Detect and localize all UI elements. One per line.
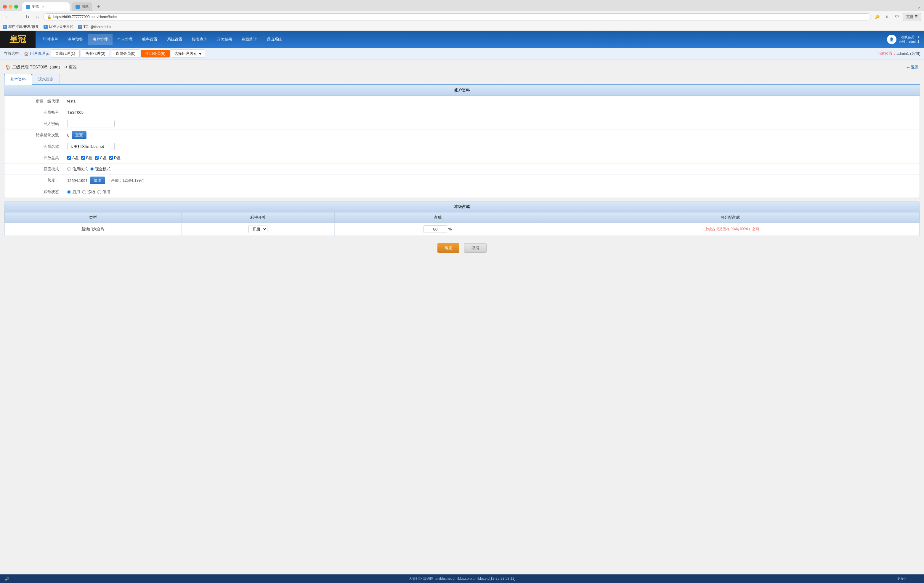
radio-credit-input[interactable] bbox=[67, 167, 71, 171]
radio-active-input[interactable] bbox=[67, 190, 71, 194]
radio-disabled-input[interactable] bbox=[97, 190, 101, 194]
location-label: 当前位置： bbox=[877, 51, 896, 56]
share-icon[interactable]: ⬆ bbox=[883, 13, 891, 21]
password-input[interactable] bbox=[67, 120, 115, 127]
back-button[interactable]: ← bbox=[3, 13, 11, 21]
location-value: admin1 (公司) bbox=[896, 51, 921, 56]
maximize-dot[interactable] bbox=[14, 5, 18, 8]
level-card: 本级占成 类型 彩种开关 占成 可分配占成 新澳门六合彩 bbox=[4, 201, 920, 236]
checkbox-disk-d[interactable]: D盘 bbox=[109, 155, 120, 160]
return-button[interactable]: ↩ 返回 bbox=[906, 64, 919, 70]
tab-close-icon[interactable]: ✕ bbox=[42, 5, 45, 8]
breadcrumb-tab-direct-agent[interactable]: 直属代理(1) bbox=[51, 50, 80, 58]
tab-rebate-settings[interactable]: 退水设定 bbox=[32, 74, 60, 84]
checkbox-a-input[interactable] bbox=[67, 156, 71, 160]
bottom-buttons: 确定 取消 bbox=[4, 239, 920, 256]
pct-sign: % bbox=[448, 227, 452, 231]
close-dot[interactable] bbox=[3, 5, 7, 8]
nav-system-settings[interactable]: 系统设置 bbox=[162, 34, 187, 45]
commission-input[interactable] bbox=[424, 225, 447, 233]
reset-button[interactable]: 重置 bbox=[72, 131, 86, 139]
bookmark-1[interactable]: ⚙ 程序搭建/开发/修复 bbox=[3, 24, 39, 29]
breadcrumb-user-level-select[interactable]: 选择用户级别 ▼ bbox=[171, 50, 206, 58]
form-row-password: 登入密码 bbox=[5, 118, 919, 129]
label-member-name: 会员名称 bbox=[5, 142, 64, 152]
breadcrumb-home-icon: 🏠 bbox=[24, 51, 29, 56]
breadcrumb-tab-all-members[interactable]: 全部会员(6) bbox=[141, 50, 170, 58]
nav-online-stats[interactable]: 在线统计 bbox=[237, 34, 262, 45]
bookmark-label-2: 认准->天美社区 bbox=[49, 24, 73, 29]
bookmark-icon-2: ✓ bbox=[43, 25, 48, 29]
value-disk-types: A盘 B盘 C盘 D盘 bbox=[64, 154, 919, 162]
form-row-parent-agent: 所属一级代理 test1 bbox=[5, 96, 919, 107]
nav-lottery-results[interactable]: 开奖结果 bbox=[212, 34, 237, 45]
nav-instant-orders[interactable]: 即时注单 bbox=[38, 34, 63, 45]
value-parent-agent: test1 bbox=[64, 97, 919, 105]
confirm-button[interactable]: 确定 bbox=[437, 243, 459, 253]
minimize-dot[interactable] bbox=[8, 5, 12, 8]
tab2-favicon: 🌐 bbox=[76, 5, 80, 9]
nav-order-warning[interactable]: 注单预警 bbox=[63, 34, 87, 45]
value-amount: 12594.1997 修改 （余额：12594.1997） bbox=[64, 175, 919, 186]
member-name-input[interactable] bbox=[67, 143, 115, 150]
form-row-amount: 额度： 12594.1997 修改 （余额：12594.1997） bbox=[5, 175, 919, 186]
breadcrumb-tab-all-agents[interactable]: 所有代理(2) bbox=[81, 50, 110, 58]
checkbox-disk-c[interactable]: C盘 bbox=[95, 155, 106, 160]
form-row-disk-types: 开放盘类 A盘 B盘 C盘 D盘 bbox=[5, 152, 919, 164]
tab-label: 测试 bbox=[32, 4, 39, 9]
account-value: TEST005 bbox=[67, 110, 84, 115]
checkbox-c-input[interactable] bbox=[95, 156, 99, 160]
commission-table: 类型 彩种开关 占成 可分配占成 新澳门六合彩 开启 关闭 bbox=[5, 212, 919, 236]
forward-button[interactable]: → bbox=[13, 13, 21, 21]
radio-frozen-input[interactable] bbox=[82, 190, 86, 194]
remainder-text: （余额：12594.1997） bbox=[107, 178, 147, 183]
nav-odds-settings[interactable]: 赔率设置 bbox=[137, 34, 162, 45]
key-icon[interactable]: 🔑 bbox=[873, 13, 881, 21]
breadcrumb-tab-direct-members[interactable]: 直属会员(0) bbox=[111, 50, 140, 58]
window-collapse-icon[interactable]: ⌄ bbox=[917, 3, 921, 10]
online-info: 在线会员：1 公司：admin1 bbox=[899, 35, 919, 44]
bookmark-3[interactable]: ✈ TG: @tianmeibbs bbox=[78, 25, 111, 29]
page-title: 🏠 二级代理 TEST005（aaa） -> 更改 bbox=[5, 64, 77, 70]
nav-user-management[interactable]: 用户管理 bbox=[87, 34, 112, 45]
new-tab-button[interactable]: + bbox=[94, 3, 103, 11]
browser-titlebar: 🌐 测试 ✕ 🌐 测试 + ⌄ bbox=[0, 0, 924, 11]
radio-cash-mode[interactable]: 现金模式 bbox=[90, 167, 111, 172]
return-label: 返回 bbox=[911, 64, 919, 70]
nav-reports[interactable]: 报表查询 bbox=[187, 34, 212, 45]
checkbox-b-input[interactable] bbox=[81, 156, 85, 160]
value-password bbox=[64, 118, 919, 129]
breadcrumb-bar: 当前选中： 🏠 用户管理 ▶ 直属代理(1) 所有代理(2) 直属会员(0) 全… bbox=[0, 48, 924, 60]
col-type: 类型 bbox=[5, 212, 182, 223]
browser-tab-active[interactable]: 🌐 测试 ✕ bbox=[22, 2, 69, 11]
radio-credit-mode[interactable]: 信用模式 bbox=[67, 167, 87, 172]
label-password: 登入密码 bbox=[5, 119, 64, 129]
browser-tab-inactive[interactable]: 🌐 测试 bbox=[72, 2, 92, 11]
cancel-button[interactable]: 取消 bbox=[464, 243, 487, 253]
radio-cash-input[interactable] bbox=[90, 167, 94, 171]
radio-disabled[interactable]: 停用 bbox=[97, 189, 110, 195]
tab-basic-info[interactable]: 基本资料 bbox=[4, 74, 32, 85]
checkbox-disk-b[interactable]: B盘 bbox=[81, 155, 93, 160]
lottery-switch-select[interactable]: 开启 关闭 bbox=[249, 225, 267, 233]
address-bar[interactable]: 🔒 https://ht99.777777999.com/Home/Index bbox=[43, 13, 871, 20]
active-label: 启用 bbox=[72, 189, 80, 195]
form-row-account-status: 账号状态 启用 冻结 停用 bbox=[5, 186, 919, 198]
nav-logout[interactable]: 退出系统 bbox=[262, 34, 287, 45]
value-member-name bbox=[64, 141, 919, 152]
radio-frozen[interactable]: 冻结 bbox=[82, 189, 95, 195]
bookmark-icon-3: ✈ bbox=[78, 25, 82, 29]
home-nav-button[interactable]: ⌂ bbox=[33, 13, 41, 21]
breadcrumb-user-mgmt[interactable]: 🏠 用户管理 bbox=[24, 51, 45, 56]
radio-active[interactable]: 启用 bbox=[67, 189, 80, 195]
checkbox-disk-a[interactable]: A盘 bbox=[67, 155, 79, 160]
row-type: 新澳门六合彩 bbox=[5, 223, 182, 236]
nav-personal[interactable]: 个人管理 bbox=[112, 34, 137, 45]
update-button[interactable]: 更新 ☰ bbox=[903, 13, 921, 21]
form-row-quota-mode: 额度模式 信用模式 现金模式 bbox=[5, 164, 919, 175]
level-card-header: 本级占成 bbox=[5, 202, 919, 212]
bookmark-2[interactable]: ✓ 认准->天美社区 bbox=[43, 24, 73, 29]
reload-button[interactable]: ↻ bbox=[23, 13, 31, 21]
checkbox-d-input[interactable] bbox=[109, 156, 113, 160]
edit-amount-button[interactable]: 修改 bbox=[90, 177, 105, 184]
